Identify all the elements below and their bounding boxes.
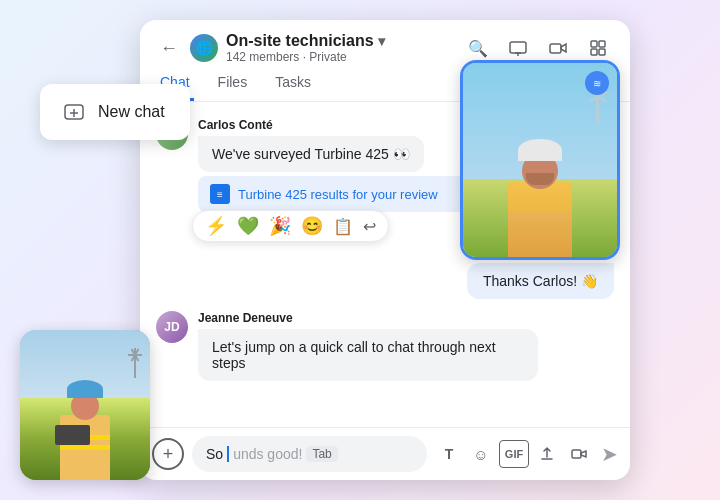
tab-files[interactable]: Files bbox=[214, 64, 252, 101]
tab-key-hint: Tab bbox=[306, 446, 337, 462]
reaction-party[interactable]: 🎉 bbox=[269, 215, 291, 237]
reaction-bar: ⚡ 💚 🎉 😊 📋 ↩ bbox=[192, 210, 389, 242]
reaction-copy[interactable]: 📋 bbox=[333, 217, 353, 236]
video-audio-icon: ≋ bbox=[585, 71, 609, 95]
new-chat-label: New chat bbox=[98, 103, 165, 121]
tab-tasks[interactable]: Tasks bbox=[271, 64, 315, 101]
doc-icon: ≡ bbox=[210, 184, 230, 204]
chat-header: ← 🌐 On-site technicians ▾ 142 members · … bbox=[140, 20, 630, 64]
header-info: On-site technicians ▾ 142 members · Priv… bbox=[226, 32, 454, 64]
svg-rect-9 bbox=[591, 49, 597, 55]
you-bubble: Thanks Carlos! 👋 bbox=[467, 263, 614, 299]
input-text: So bbox=[206, 446, 223, 462]
svg-rect-10 bbox=[599, 49, 605, 55]
reaction-lightning[interactable]: ⚡ bbox=[205, 215, 227, 237]
avatar-jeanne: JD bbox=[156, 311, 188, 343]
send-button[interactable]: ➤ bbox=[601, 442, 618, 466]
input-area: + Sounds good! Tab T ☺ GIF ➤ bbox=[140, 427, 630, 480]
cursor bbox=[227, 446, 229, 462]
gif-button[interactable]: GIF bbox=[499, 440, 529, 468]
video-call-widget: ≋ bbox=[460, 60, 620, 260]
document-attachment[interactable]: ≡ Turbine 425 results for your review bbox=[198, 176, 478, 212]
svg-rect-11 bbox=[572, 450, 581, 458]
add-button[interactable]: + bbox=[152, 438, 184, 470]
reaction-reply[interactable]: ↩ bbox=[363, 217, 376, 236]
photo-widget bbox=[20, 330, 150, 480]
svg-rect-3 bbox=[510, 42, 526, 53]
jeanne-message-content: Jeanne Deneuve Let's jump on a quick cal… bbox=[198, 311, 614, 381]
back-button[interactable]: ← bbox=[156, 34, 182, 63]
message-jeanne: JD Jeanne Deneuve Let's jump on a quick … bbox=[156, 311, 614, 381]
message-input[interactable]: Sounds good! Tab bbox=[192, 436, 427, 472]
svg-rect-8 bbox=[599, 41, 605, 47]
svg-rect-6 bbox=[550, 44, 561, 53]
new-chat-icon bbox=[60, 98, 88, 126]
svg-rect-7 bbox=[591, 41, 597, 47]
reaction-heart[interactable]: 💚 bbox=[237, 215, 259, 237]
new-chat-button[interactable]: New chat bbox=[40, 84, 190, 140]
chat-title: On-site technicians ▾ bbox=[226, 32, 454, 50]
upload-button[interactable] bbox=[533, 440, 561, 468]
jeanne-name: Jeanne Deneuve bbox=[198, 311, 614, 325]
video-message-button[interactable] bbox=[565, 440, 593, 468]
input-actions: T ☺ GIF bbox=[435, 440, 593, 468]
emoji-button[interactable]: ☺ bbox=[467, 440, 495, 468]
jeanne-bubble: Let's jump on a quick call to chat throu… bbox=[198, 329, 538, 381]
input-ghost-text: unds good! bbox=[233, 446, 302, 462]
group-avatar: 🌐 bbox=[190, 34, 218, 62]
chevron-icon[interactable]: ▾ bbox=[378, 33, 385, 49]
chat-subtitle: 142 members · Private bbox=[226, 50, 454, 64]
text-format-button[interactable]: T bbox=[435, 440, 463, 468]
carlos-bubble: We've surveyed Turbine 425 👀 bbox=[198, 136, 424, 172]
doc-title: Turbine 425 results for your review bbox=[238, 187, 438, 202]
reaction-smile[interactable]: 😊 bbox=[301, 215, 323, 237]
